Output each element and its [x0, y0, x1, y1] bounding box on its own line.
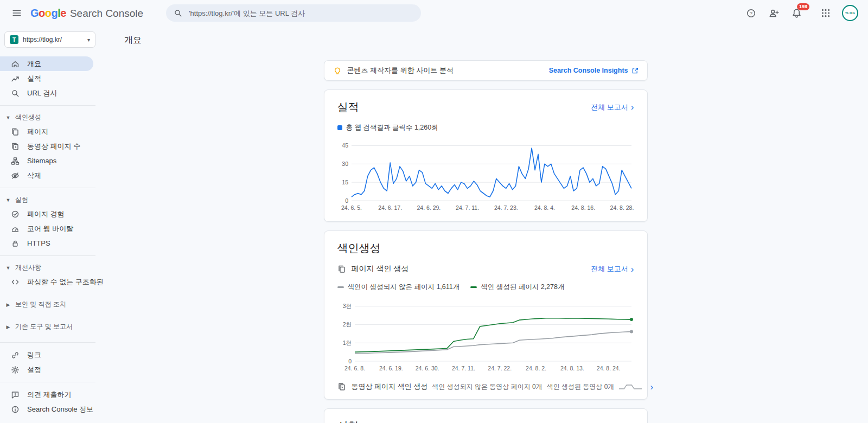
performance-card: 실적 전체 보고서 › 총 웹 검색결과 클릭수 1,260회 01530452… [324, 89, 648, 222]
svg-text:24. 6. 29.: 24. 6. 29. [417, 204, 441, 211]
section-indexing[interactable]: ▼ 색인생성 [0, 111, 103, 124]
chevron-down-icon: ▼ [5, 115, 11, 120]
search-icon [174, 9, 182, 17]
svg-text:30: 30 [342, 161, 348, 167]
apps-grid-icon [821, 8, 831, 18]
video-pages-icon [337, 382, 346, 391]
sidebar-item-label: 의견 제출하기 [27, 390, 72, 400]
section-label: 색인생성 [15, 113, 41, 122]
video-sparkline [618, 383, 642, 390]
hamburger-menu-icon[interactable] [8, 4, 26, 22]
sidebar-item-feedback[interactable]: 의견 제출하기 [0, 387, 93, 402]
chevron-right-icon: › [631, 265, 634, 274]
link-icon [11, 351, 20, 360]
chevron-right-icon: › [631, 102, 634, 112]
sidebar-item-performance[interactable]: 실적 [0, 71, 93, 86]
sidebar-item-label: HTTPS [27, 239, 50, 247]
sidebar-item-label: 페이지 [27, 127, 48, 137]
sidebar-item-links[interactable]: 링크 [0, 348, 93, 362]
sidebar-item-label: 실적 [27, 74, 41, 84]
indexing-full-report-link[interactable]: 전체 보고서 › [591, 264, 634, 274]
sidebar-item-page-experience[interactable]: 페이지 경험 [0, 207, 93, 221]
sidebar-item-settings[interactable]: 설정 [0, 362, 93, 377]
sitemap-icon [11, 157, 20, 165]
svg-text:0: 0 [348, 358, 352, 364]
product-name: Search Console [70, 8, 143, 20]
sidebar-item-url-inspection[interactable]: URL 검사 [0, 86, 93, 100]
sidebar-item-pages[interactable]: 페이지 [0, 124, 93, 139]
sidebar-item-about[interactable]: Search Console 정보 [0, 402, 93, 416]
gear-icon [11, 366, 20, 374]
search-icon [11, 89, 20, 98]
user-management-button[interactable] [764, 3, 783, 23]
sidebar-item-overview[interactable]: 개요 [0, 56, 93, 71]
info-icon [11, 405, 20, 414]
svg-text:0: 0 [345, 197, 348, 204]
experience-card-title: 실험 [337, 419, 634, 423]
svg-text:24. 8. 4.: 24. 8. 4. [534, 204, 555, 211]
google-logo: Google [30, 7, 66, 20]
sidebar-item-core-web-vitals[interactable]: 코어 웹 바이탈 [0, 221, 93, 236]
sidebar-item-label: 삭제 [27, 171, 41, 181]
indexing-legend: 색인이 생성되지 않은 페이지 1,611개 색인 생성된 페이지 2,278개 [337, 283, 634, 292]
svg-text:24. 8. 24.: 24. 8. 24. [596, 365, 620, 371]
chevron-right-icon: › [650, 382, 653, 392]
insights-text: 콘텐츠 제작자를 위한 사이트 분석 [347, 66, 544, 75]
insights-link[interactable]: Search Console Insights [549, 67, 639, 74]
indexing-card: 색인생성 페이지 색인 생성 전체 보고서 › 색인이 생성되지 않은 페이지 … [324, 230, 648, 400]
legend-label: 색인 생성된 페이지 2,278개 [481, 283, 564, 292]
app-logo[interactable]: Google Search Console [30, 7, 143, 20]
svg-text:24. 8. 28.: 24. 8. 28. [610, 204, 634, 211]
legend-swatch [470, 286, 477, 288]
section-enhancements[interactable]: ▼ 개선사항 [0, 261, 103, 274]
sidebar-item-https[interactable]: HTTPS [0, 236, 93, 251]
sidebar-item-video-pages[interactable]: 동영상 페이지 수 [0, 139, 93, 153]
svg-text:24. 7. 11.: 24. 7. 11. [456, 204, 479, 211]
apps-grid-button[interactable] [816, 3, 835, 23]
svg-text:24. 6. 5.: 24. 6. 5. [341, 204, 362, 211]
svg-text:24. 7. 23.: 24. 7. 23. [494, 204, 518, 211]
url-inspection-searchbar[interactable] [166, 4, 421, 22]
sidebar-item-label: Sitemaps [27, 157, 56, 165]
lock-icon [11, 239, 20, 248]
svg-text:1천: 1천 [342, 339, 351, 346]
performance-full-report-link[interactable]: 전체 보고서 › [591, 102, 634, 112]
property-label: https://tlog.kr/ [23, 36, 83, 43]
sidebar-item-label: 파싱할 수 없는 구조화된 ... [27, 277, 103, 287]
sidebar-item-label: URL 검사 [27, 88, 57, 98]
sidebar-item-label: 코어 웹 바이탈 [27, 224, 73, 234]
sidebar-item-label: 페이지 경험 [27, 209, 65, 219]
notifications-button[interactable]: 198 [787, 3, 806, 23]
svg-text:45: 45 [342, 142, 348, 149]
legend-swatch [337, 125, 342, 130]
insights-link-label: Search Console Insights [549, 67, 628, 74]
video-not-indexed-stat: 색인 생성되지 않은 동영상 페이지 0개 [432, 382, 542, 392]
topbar: Google Search Console ? 198 TLOG [0, 0, 868, 26]
section-legacy-tools[interactable]: ▶ 기존 도구 및 보고서 [0, 320, 103, 334]
sidebar-item-removals[interactable]: 삭제 [0, 168, 93, 183]
video-indexing-row[interactable]: 동영상 페이지 색인 생성 색인 생성되지 않은 동영상 페이지 0개 색인 생… [337, 382, 634, 392]
video-indexed-stat: 색인 생성된 동영상 0개 [547, 382, 615, 392]
divider [0, 255, 95, 256]
sidebar-item-unparsable-structured-data[interactable]: 파싱할 수 없는 구조화된 ... [0, 274, 93, 289]
sidebar-item-label: 개요 [27, 59, 41, 69]
page-experience-icon [11, 210, 20, 219]
account-avatar[interactable]: TLOG [842, 5, 858, 21]
legend-item-not-indexed: 색인이 생성되지 않은 페이지 1,611개 [337, 283, 460, 292]
svg-text:24. 6. 30.: 24. 6. 30. [415, 365, 439, 371]
property-selector[interactable]: T https://tlog.kr/ ▾ [4, 31, 95, 48]
video-pages-icon [11, 142, 20, 151]
svg-text:24. 6. 19.: 24. 6. 19. [379, 365, 403, 371]
section-experience[interactable]: ▼ 실험 [0, 193, 103, 207]
section-security-manual-actions[interactable]: ▶ 보안 및 직접 조치 [0, 298, 103, 311]
section-label: 개선사항 [15, 263, 41, 272]
performance-chart: 015304524. 6. 5.24. 6. 17.24. 6. 29.24. … [337, 138, 635, 214]
person-add-icon [769, 8, 779, 18]
code-brackets-icon [11, 278, 20, 286]
main-content: 개요 콘텐츠 제작자를 위한 사이트 분석 Search Console Ins… [103, 26, 868, 423]
url-inspection-input[interactable] [188, 9, 413, 18]
help-button[interactable]: ? [741, 3, 761, 23]
sidebar-item-sitemaps[interactable]: Sitemaps [0, 153, 93, 168]
performance-icon [11, 74, 20, 83]
chevron-right-icon: ▶ [5, 324, 11, 330]
